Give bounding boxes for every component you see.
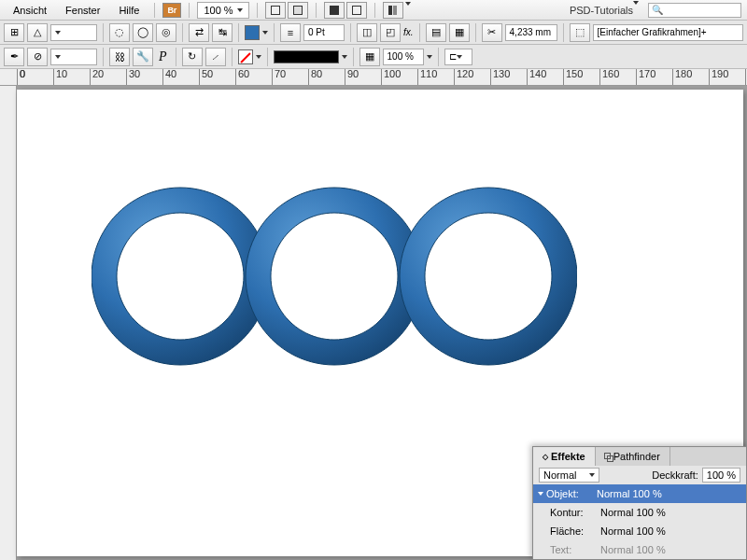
separator <box>316 3 317 18</box>
ruler-tick: 170 <box>636 69 655 86</box>
paragraph-style-icon[interactable]: P <box>156 49 170 64</box>
toolbar-row-2: ✒ ⊘ ⛓ 🔧 P ↻ ⟋ ▦ 100 % ⊏ <box>0 45 747 69</box>
opacity-label: Deckkraft: <box>652 469 698 481</box>
stroke-weight-input[interactable]: 0 Pt <box>303 24 345 41</box>
ruler-tick: 120 <box>454 69 473 86</box>
blend-mode-dropdown[interactable]: Normal <box>539 468 599 483</box>
corner-options[interactable]: ◫ <box>357 23 377 42</box>
ruler-tick: 0 <box>17 69 25 86</box>
search-input[interactable]: 🔍 <box>648 3 741 18</box>
view-mode-group <box>265 2 308 19</box>
search-icon: 🔍 <box>652 5 663 15</box>
chevron-down-icon[interactable] <box>262 31 268 35</box>
workspace-dropdown[interactable]: PSD-Tutorials <box>564 2 644 19</box>
menu-window[interactable]: Fenster <box>58 2 107 19</box>
col-icon <box>393 6 397 15</box>
row-label: Fläche: <box>550 525 597 537</box>
tool-wrench[interactable]: 🔧 <box>133 48 153 66</box>
chevron-down-icon[interactable] <box>427 55 432 59</box>
text-wrap-2[interactable]: ▦ <box>449 23 470 42</box>
combo-1[interactable] <box>50 24 97 41</box>
tool-ellipse-dashed[interactable]: ◌ <box>109 23 130 42</box>
ruler-tick: 140 <box>527 69 546 86</box>
separator <box>154 3 155 18</box>
row-value: Normal 100 % <box>597 488 662 499</box>
tool-anchor[interactable]: △ <box>27 23 48 42</box>
ruler-tick: 60 <box>235 69 249 86</box>
tool-shear[interactable]: ⟋ <box>205 48 226 66</box>
chevron-down-icon <box>633 1 639 16</box>
text-wrap-1[interactable]: ▤ <box>426 23 446 42</box>
tool-ellipse-solid[interactable]: ◯ <box>133 23 153 42</box>
ruler-tick: 10 <box>53 69 67 86</box>
rect-icon <box>293 6 303 15</box>
row-label: Kontur: <box>550 507 597 518</box>
disclosure-icon <box>538 492 543 496</box>
chevron-down-icon[interactable] <box>256 55 261 59</box>
tool-anchor-2[interactable]: ✒ <box>4 48 24 66</box>
tool-spacing[interactable]: ↹ <box>212 23 233 42</box>
dim-input[interactable]: 4,233 mm <box>505 24 557 41</box>
combo-2[interactable] <box>50 49 97 65</box>
stroke-weight-icon: ≡ <box>280 23 301 42</box>
tab-effects[interactable]: ◇Effekte <box>533 447 596 466</box>
ruler-tick: 190 <box>709 69 728 86</box>
tool-chain[interactable]: ⛓ <box>109 48 130 66</box>
toolbar-row-1: ⊞ △ ◌ ◯ ◎ ⇄ ↹ ≡ 0 Pt ◫ ◰ fx. ▤ ▦ ✂ 4,233… <box>0 21 747 45</box>
menu-help[interactable]: Hilfe <box>111 2 147 19</box>
ruler-tick: 40 <box>162 69 176 86</box>
ruler-tick: 130 <box>490 69 510 86</box>
effect-row-text[interactable]: Text: Normal 100 % <box>533 540 746 559</box>
ruler-vertical <box>0 86 17 560</box>
corner-radius[interactable]: ◰ <box>380 23 401 42</box>
ruler-horizontal: 0 01020304050607080901001101201301401501… <box>0 69 747 86</box>
row-label: Text: <box>550 544 597 555</box>
ruler-tick: 110 <box>417 69 437 86</box>
crop-tool[interactable]: ✂ <box>482 23 502 42</box>
row-label: Objekt: <box>546 488 593 499</box>
chevron-down-icon <box>237 8 243 12</box>
stroke-style-dropdown[interactable] <box>274 50 339 63</box>
ruler-tick: 100 <box>381 69 401 86</box>
tool-rotate[interactable]: ↻ <box>182 48 203 66</box>
zoom-dropdown[interactable]: 100 % <box>197 2 248 19</box>
ruler-tick: 70 <box>272 69 286 86</box>
tab-pathfinder[interactable]: Pathfinder <box>596 447 670 466</box>
effect-row-object[interactable]: Objekt: Normal 100 % <box>533 484 746 503</box>
ruler-tick: 80 <box>308 69 322 86</box>
separator <box>257 3 258 18</box>
chevron-down-icon[interactable] <box>342 55 347 59</box>
chevron-down-icon[interactable] <box>405 2 411 6</box>
fill-swatch[interactable] <box>245 25 260 40</box>
arrange-1[interactable] <box>383 2 403 19</box>
screen-icon <box>330 6 339 15</box>
fx-button[interactable]: fx. <box>403 27 414 37</box>
opacity-input[interactable]: 100 % <box>383 49 424 65</box>
stroke-swatch[interactable] <box>238 49 253 64</box>
frame-select-icon[interactable]: ⬚ <box>570 23 590 42</box>
blend-row: Normal Deckkraft: 100 % <box>533 466 746 484</box>
ruler-tick: 160 <box>599 69 619 86</box>
artwork-rings[interactable] <box>92 174 577 379</box>
ruler-tick: 150 <box>563 69 583 86</box>
view-mode-2[interactable] <box>288 2 308 19</box>
tool-ellipse-group[interactable]: ◎ <box>156 23 176 42</box>
effect-row-fill[interactable]: Fläche: Normal 100 % <box>533 522 746 540</box>
effect-row-stroke[interactable]: Kontur: Normal 100 % <box>533 503 746 522</box>
tool-flip-h[interactable]: ⇄ <box>189 23 209 42</box>
opacity-value-input[interactable]: 100 % <box>702 468 740 483</box>
style-dropdown[interactable]: [Einfacher Grafikrahmen]+ <box>593 24 743 41</box>
tool-clear[interactable]: ⊘ <box>27 48 48 66</box>
screen-mode-1[interactable] <box>324 2 345 19</box>
menu-view[interactable]: Ansicht <box>6 2 54 19</box>
tool-insert-position[interactable]: ⊞ <box>4 23 24 42</box>
misc-dropdown[interactable]: ⊏ <box>444 49 472 65</box>
rect-icon <box>271 6 280 15</box>
opacity-icon: ▦ <box>359 48 380 66</box>
separator <box>374 3 375 18</box>
screen-mode-2[interactable] <box>346 2 367 19</box>
view-mode-1[interactable] <box>265 2 286 19</box>
ruler-tick: 30 <box>126 69 140 86</box>
bridge-button[interactable]: Br <box>162 3 181 18</box>
ruler-tick: 180 <box>672 69 692 86</box>
